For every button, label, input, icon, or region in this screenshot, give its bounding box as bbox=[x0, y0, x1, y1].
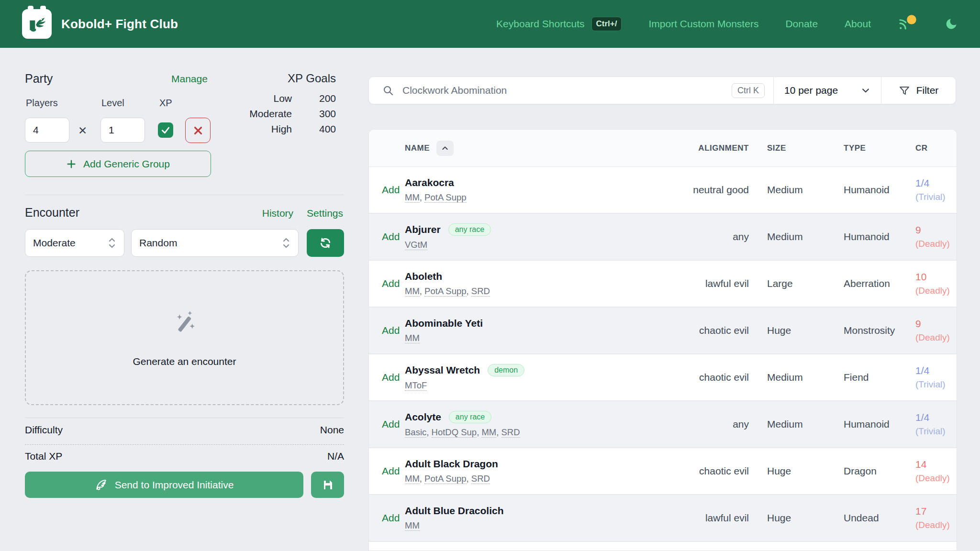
monster-name-cell: Acolyte any race Basic, HotDQ Sup, MM, S… bbox=[405, 411, 658, 438]
monster-name-link[interactable]: Adult Blue Dracolich bbox=[405, 505, 504, 517]
source-link[interactable]: HotDQ Sup bbox=[432, 427, 477, 438]
monster-name-link[interactable]: Aarakocra bbox=[405, 177, 454, 188]
source-link[interactable]: SRD bbox=[501, 427, 520, 438]
monster-alignment: chaotic evil bbox=[658, 465, 749, 477]
monster-sources: MM bbox=[405, 520, 658, 531]
select-arrows-icon bbox=[108, 237, 116, 249]
add-generic-group-button[interactable]: Add Generic Group bbox=[25, 151, 211, 177]
monster-name-link[interactable]: Abyssal Wretch bbox=[405, 364, 480, 376]
column-header-type[interactable]: TYPE bbox=[830, 143, 907, 153]
column-header-cr[interactable]: CR bbox=[907, 143, 957, 153]
chevron-up-icon bbox=[441, 144, 449, 152]
magic-wand-icon bbox=[171, 308, 199, 336]
add-monster-button[interactable]: Add bbox=[382, 419, 405, 430]
select-arrows-icon bbox=[282, 237, 290, 249]
monster-table-row: Add Acolyte any race Basic, HotDQ Sup, M… bbox=[369, 401, 957, 448]
source-link[interactable]: PotA Supp bbox=[424, 474, 466, 484]
monster-name-link[interactable]: Abominable Yeti bbox=[405, 318, 483, 329]
monster-name-link[interactable]: Acolyte bbox=[405, 411, 441, 423]
source-link[interactable]: MM bbox=[405, 286, 420, 297]
players-count-input[interactable] bbox=[25, 118, 69, 143]
add-monster-button[interactable]: Add bbox=[382, 465, 405, 477]
xp-goal-label: Low bbox=[230, 93, 292, 108]
changelog-button[interactable] bbox=[898, 17, 918, 31]
party-title: Party bbox=[25, 72, 53, 86]
history-link[interactable]: History bbox=[262, 208, 293, 219]
monster-tag-badge: any race bbox=[448, 223, 491, 236]
source-link[interactable]: Basic bbox=[405, 427, 426, 438]
nav-link[interactable]: Keyboard Shortcuts Ctrl+/ bbox=[496, 17, 622, 31]
send-to-improved-initiative-button[interactable]: Send to Improved Initiative bbox=[25, 472, 303, 498]
per-page-select[interactable]: 10 per page bbox=[774, 77, 881, 104]
dark-mode-toggle[interactable] bbox=[945, 17, 958, 31]
add-monster-button[interactable]: Add bbox=[382, 325, 405, 336]
nav-link[interactable]: About bbox=[845, 18, 871, 30]
app-logo[interactable] bbox=[22, 9, 52, 39]
source-link[interactable]: VGtM bbox=[405, 240, 427, 250]
monster-alignment: any bbox=[658, 419, 749, 430]
monster-sources: VGtM bbox=[405, 240, 658, 250]
monster-name-cell: Aarakocra MM, PotA Supp bbox=[405, 177, 658, 203]
settings-link[interactable]: Settings bbox=[307, 208, 343, 219]
add-monster-button[interactable]: Add bbox=[382, 372, 405, 383]
name-column-label: NAME bbox=[405, 143, 430, 153]
monster-name-link[interactable]: Aboleth bbox=[405, 271, 442, 282]
source-link[interactable]: MM bbox=[405, 333, 420, 343]
generate-encounter-dropzone[interactable]: Generate an encounter bbox=[25, 270, 344, 405]
per-page-value: 10 per page bbox=[784, 85, 838, 96]
refresh-icon bbox=[319, 237, 332, 249]
monster-cr-value: 1/4 bbox=[915, 365, 957, 376]
monster-cr-cell: 1/4 (Trivial) bbox=[907, 365, 957, 390]
column-header-size[interactable]: SIZE bbox=[749, 143, 830, 153]
monster-type: Aberration bbox=[830, 278, 907, 289]
source-link[interactable]: MM bbox=[405, 520, 420, 531]
plus-icon bbox=[66, 159, 77, 169]
source-link[interactable]: MToF bbox=[405, 380, 427, 391]
stats-divider bbox=[25, 418, 344, 418]
add-monster-button[interactable]: Add bbox=[382, 231, 405, 242]
encounter-links: History Settings bbox=[262, 208, 343, 219]
source-link[interactable]: SRD bbox=[471, 474, 490, 484]
save-encounter-button[interactable] bbox=[311, 472, 344, 498]
level-label: Level bbox=[101, 98, 124, 109]
column-header-alignment[interactable]: ALIGNMENT bbox=[658, 143, 749, 153]
monster-table-row: Add Aboleth MM, PotA Supp, SRD lawful ev… bbox=[369, 261, 957, 308]
multiply-sign: ✕ bbox=[78, 124, 87, 137]
level-input[interactable] bbox=[100, 118, 145, 143]
add-monster-button[interactable]: Add bbox=[382, 184, 405, 196]
monster-alignment: neutral good bbox=[658, 184, 749, 196]
monster-cr-cell: 1/4 (Trivial) bbox=[907, 412, 957, 437]
monster-size: Large bbox=[749, 278, 830, 289]
monster-name-cell: Abjurer any race VGtM bbox=[405, 223, 658, 250]
source-link[interactable]: MM bbox=[405, 192, 420, 203]
difficulty-select[interactable]: Moderate bbox=[25, 229, 124, 257]
nav-link-label: About bbox=[845, 18, 871, 30]
add-monster-button[interactable]: Add bbox=[382, 278, 405, 289]
source-link[interactable]: MM bbox=[405, 474, 420, 484]
nav-link[interactable]: Import Custom Monsters bbox=[648, 18, 758, 30]
xp-goal-row: Moderate300 bbox=[230, 108, 336, 123]
remove-party-row-button[interactable] bbox=[185, 118, 211, 143]
monster-tag-badge: demon bbox=[488, 364, 524, 376]
monster-table-row: Add Abjurer any race VGtM any Medium Hum… bbox=[369, 214, 957, 261]
send-button-label: Send to Improved Initiative bbox=[115, 479, 234, 491]
nav-link[interactable]: Donate bbox=[785, 18, 818, 30]
sort-ascending-badge[interactable] bbox=[436, 141, 454, 156]
section-divider bbox=[25, 195, 344, 195]
encounter-type-select[interactable]: Random bbox=[131, 229, 299, 257]
monster-name-cell: Adult Blue Dracolich MM bbox=[405, 505, 658, 531]
column-header-name[interactable]: NAME bbox=[405, 141, 658, 156]
source-link[interactable]: PotA Supp bbox=[424, 286, 466, 297]
monster-name-link[interactable]: Adult Black Dragon bbox=[405, 458, 498, 470]
filter-button[interactable]: Filter bbox=[881, 77, 956, 104]
source-link[interactable]: MM bbox=[481, 427, 496, 438]
monster-name-link[interactable]: Abjurer bbox=[405, 224, 441, 235]
regenerate-encounter-button[interactable] bbox=[307, 229, 344, 257]
xp-goals-block: XP Goals Low200Moderate300High400 bbox=[230, 72, 336, 139]
xp-checkbox[interactable] bbox=[158, 122, 173, 138]
add-monster-button[interactable]: Add bbox=[382, 512, 405, 524]
source-link[interactable]: SRD bbox=[471, 286, 490, 297]
manage-party-link[interactable]: Manage bbox=[171, 73, 208, 85]
source-link[interactable]: PotA Supp bbox=[424, 192, 466, 203]
monster-search-input[interactable] bbox=[402, 85, 723, 96]
